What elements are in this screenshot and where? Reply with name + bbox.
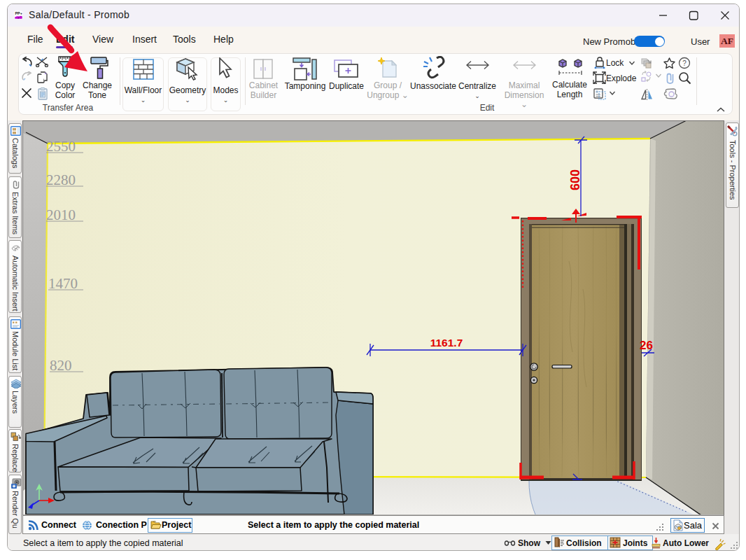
- svg-text:PP+: PP+: [15, 11, 22, 15]
- svg-text:2280: 2280: [46, 172, 76, 188]
- svg-text:26: 26: [640, 339, 653, 352]
- svg-text:?: ?: [682, 59, 687, 67]
- svg-text:600: 600: [568, 169, 582, 190]
- svg-text:1161.7: 1161.7: [430, 337, 463, 349]
- svg-text:2550: 2550: [46, 138, 76, 155]
